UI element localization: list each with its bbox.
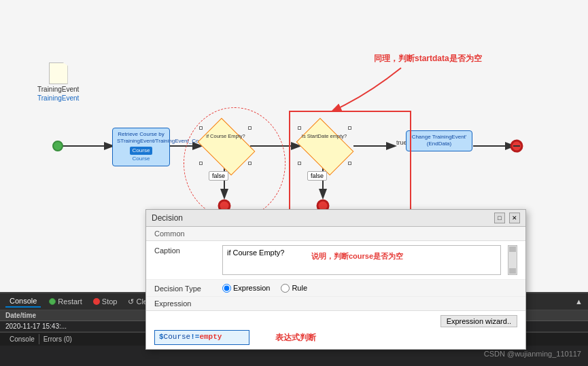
dialog-caption-row: Caption if Course Empty? 说明，判断course是否为空	[146, 241, 525, 280]
decision-dialog[interactable]: Decision □ ✕ Common Caption if Course Em…	[145, 209, 526, 350]
expression-input[interactable]: $Course!=empty	[154, 330, 249, 345]
decision2-annotation-rect	[289, 111, 411, 218]
retrieve-course-node[interactable]: Retrieve Course by STrainingEvent/Traini…	[112, 128, 170, 166]
expr-course: Course	[164, 333, 191, 341]
training-event-sublabel: TrainingEvent	[37, 94, 79, 102]
expression-wizard-btn[interactable]: Expression wizard..	[440, 315, 517, 327]
dialog-decision-type-row: Decision Type Expression Rule	[146, 280, 525, 297]
radio-options[interactable]: Expression Rule	[222, 284, 307, 293]
bottom-console-tab[interactable]: Console	[5, 334, 39, 344]
decision-type-label: Decision Type	[154, 283, 215, 293]
dialog-body: Common Caption if Course Empty? 说明，判断cou…	[146, 227, 525, 349]
expr-op: !=	[190, 333, 199, 341]
stop-icon	[93, 298, 100, 305]
dialog-common-section: Common	[146, 227, 525, 241]
dialog-title: Decision	[152, 213, 183, 223]
radio-expression[interactable]: Expression	[222, 284, 270, 293]
annotation-text2: 说明，判断course是否为空	[311, 251, 403, 261]
retrieve-course-label: Retrieve Course by STrainingEvent/Traini…	[117, 131, 165, 145]
training-event-label: TrainingEvent	[37, 86, 79, 93]
console-tab[interactable]: Console	[5, 295, 41, 308]
annotation-text1: 同理，判断startdata是否为空	[374, 53, 482, 65]
restart-icon	[49, 298, 56, 305]
caption-scrollbar[interactable]	[508, 245, 517, 275]
annotation-text3: 表达式判断	[275, 332, 316, 344]
dialog-caption-field[interactable]: if Course Empty? 说明，判断course是否为空	[222, 245, 501, 275]
training-event-node[interactable]: TrainingEvent TrainingEvent	[37, 62, 79, 102]
decision1-annotation-oval	[184, 107, 286, 219]
decision1-label: if Course Empty?	[203, 133, 249, 139]
svg-point-10	[511, 141, 522, 151]
bottom-errors-tab[interactable]: Errors (0)	[39, 334, 76, 344]
watermark: CSDN @wujianming_110117	[484, 350, 581, 358]
dialog-title-bar: Decision □ ✕	[146, 210, 525, 227]
decision2-label: Is StartDate empty?	[300, 133, 348, 139]
panel-collapse-btn[interactable]: ▲	[575, 297, 583, 306]
retrieve-course-sub2: Course	[117, 155, 165, 162]
change-training-label: Change TrainingEvent' (EndData)	[411, 134, 468, 148]
change-training-node[interactable]: Change TrainingEvent' (EndData)	[406, 130, 472, 151]
expr-empty: empty	[199, 333, 222, 341]
restart-btn[interactable]: Restart	[46, 297, 84, 306]
clear-icon: ↺	[128, 297, 134, 306]
radio-rule[interactable]: Rule	[281, 284, 307, 293]
dialog-controls[interactable]: □ ✕	[494, 213, 520, 223]
stop-btn[interactable]: Stop	[90, 297, 120, 306]
expr-dollar: $	[159, 333, 164, 341]
dialog-close-btn[interactable]: ✕	[509, 213, 520, 223]
dialog-minimize-btn[interactable]: □	[494, 213, 505, 223]
retrieve-course-sublabel: Course	[130, 147, 153, 155]
dialog-expression-body: Expression wizard.. $Course!=empty 表达式判断	[146, 311, 525, 349]
svg-point-7	[53, 141, 63, 151]
dialog-expression-section: Expression	[146, 297, 525, 311]
file-icon	[49, 62, 68, 84]
dialog-caption-label: Caption	[154, 245, 215, 255]
